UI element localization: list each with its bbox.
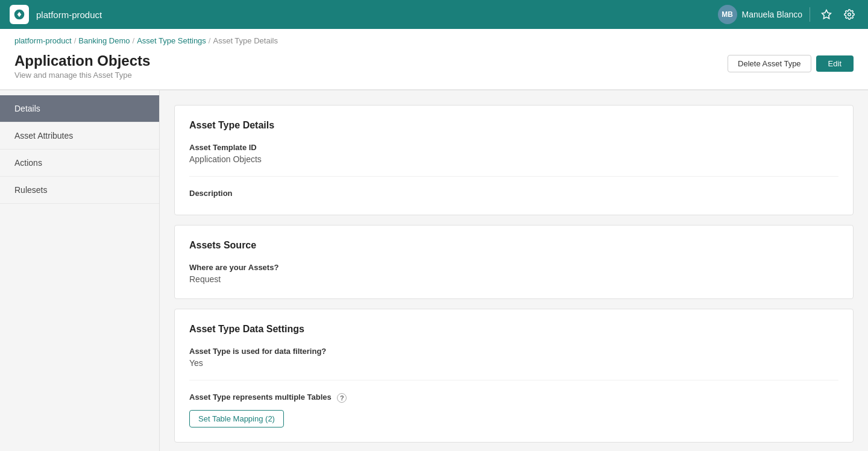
description-label: Description bbox=[189, 189, 838, 198]
breadcrumb-current: Asset Type Details bbox=[213, 36, 277, 45]
card-assets-source: Assets Source Where are your Assets? Req… bbox=[174, 225, 854, 299]
card-asset-type-details: Asset Type Details Asset Template ID App… bbox=[174, 105, 854, 215]
sidebar-item-details[interactable]: Details bbox=[0, 95, 159, 122]
field-divider-2 bbox=[189, 380, 838, 380]
product-name: platform-product bbox=[36, 10, 102, 20]
multiple-tables-tooltip-icon[interactable]: ? bbox=[337, 393, 347, 403]
where-assets-value: Request bbox=[189, 274, 838, 284]
breadcrumb: platform-product / Banking Demo / Asset … bbox=[0, 29, 868, 48]
filtering-value: Yes bbox=[189, 358, 838, 368]
user-menu[interactable]: MB Manuela Blanco bbox=[718, 5, 802, 24]
field-divider-1 bbox=[189, 176, 838, 177]
field-filtering: Asset Type is used for data filtering? Y… bbox=[189, 347, 838, 368]
field-where-assets: Where are your Assets? Request bbox=[189, 263, 838, 284]
svg-marker-1 bbox=[822, 10, 831, 19]
field-multiple-tables: Asset Type represents multiple Tables ? … bbox=[189, 393, 838, 427]
main-content: Asset Type Details Asset Template ID App… bbox=[160, 90, 868, 451]
card-details-title: Asset Type Details bbox=[189, 120, 838, 131]
topnav-left: platform-product bbox=[10, 5, 102, 24]
sidebar-item-asset-attributes[interactable]: Asset Attributes bbox=[0, 122, 159, 150]
multiple-tables-label: Asset Type represents multiple Tables ? bbox=[189, 393, 838, 403]
card-data-settings-title: Asset Type Data Settings bbox=[189, 324, 838, 335]
filtering-label: Asset Type is used for data filtering? bbox=[189, 347, 838, 356]
user-avatar: MB bbox=[718, 5, 737, 24]
page-title: Application Objects bbox=[14, 52, 150, 69]
page-header-actions: Delete Asset Type Edit bbox=[728, 55, 854, 72]
field-description: Description bbox=[189, 189, 838, 198]
breadcrumb-link-banking[interactable]: Banking Demo bbox=[78, 36, 130, 45]
svg-point-2 bbox=[848, 13, 851, 16]
card-data-settings: Asset Type Data Settings Asset Type is u… bbox=[174, 309, 854, 443]
template-id-label: Asset Template ID bbox=[189, 143, 838, 152]
sidebar-item-rulesets[interactable]: Rulesets bbox=[0, 177, 159, 204]
template-id-value: Application Objects bbox=[189, 154, 838, 164]
breadcrumb-sep-1: / bbox=[74, 36, 77, 45]
delete-asset-type-button[interactable]: Delete Asset Type bbox=[728, 55, 811, 72]
edit-button[interactable]: Edit bbox=[816, 55, 854, 72]
card-assets-source-title: Assets Source bbox=[189, 240, 838, 251]
page-header: Application Objects View and manage this… bbox=[0, 48, 868, 90]
page-header-text: Application Objects View and manage this… bbox=[14, 52, 150, 80]
breadcrumb-link-product[interactable]: platform-product bbox=[14, 36, 72, 45]
sidebar: Details Asset Attributes Actions Ruleset… bbox=[0, 90, 160, 451]
page-header-section: platform-product / Banking Demo / Asset … bbox=[0, 29, 868, 90]
topnav-right: MB Manuela Blanco bbox=[718, 5, 858, 24]
breadcrumb-sep-3: / bbox=[209, 36, 211, 45]
nav-divider bbox=[810, 7, 810, 22]
app-logo[interactable] bbox=[10, 5, 29, 24]
where-assets-label: Where are your Assets? bbox=[189, 263, 838, 272]
page-subtitle: View and manage this Asset Type bbox=[14, 71, 150, 80]
breadcrumb-sep-2: / bbox=[133, 36, 135, 45]
favorites-button[interactable] bbox=[817, 5, 835, 24]
mapping-btn-wrapper: Set Table Mapping (2) bbox=[189, 405, 838, 427]
field-template-id: Asset Template ID Application Objects bbox=[189, 143, 838, 164]
topnav: platform-product MB Manuela Blanco bbox=[0, 0, 868, 29]
sidebar-item-actions[interactable]: Actions bbox=[0, 150, 159, 177]
user-name: Manuela Blanco bbox=[742, 10, 802, 19]
settings-button[interactable] bbox=[840, 5, 858, 24]
set-table-mapping-button[interactable]: Set Table Mapping (2) bbox=[189, 410, 284, 427]
main-layout: Details Asset Attributes Actions Ruleset… bbox=[0, 90, 868, 451]
breadcrumb-link-settings[interactable]: Asset Type Settings bbox=[137, 36, 206, 45]
